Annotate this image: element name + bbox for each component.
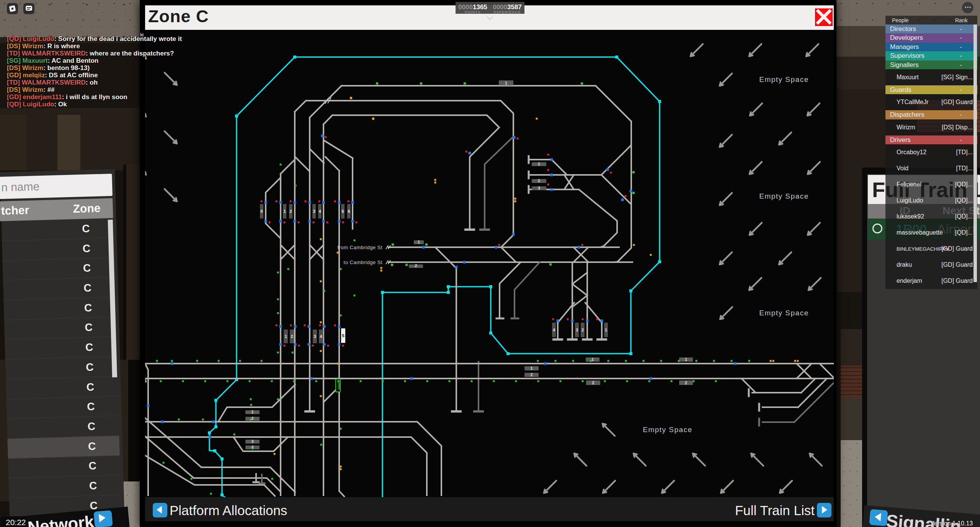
svg-text:0: 0 [260,209,263,214]
svg-text:from Cambridge St: from Cambridge St [337,245,382,250]
svg-text:4: 4 [318,209,321,214]
svg-text:2: 2 [581,328,584,332]
svg-text:1R00: 1R00 [337,381,341,390]
svg-text:1: 1 [531,366,533,370]
svg-text:3: 3 [314,334,316,339]
svg-text:5: 5 [342,333,344,338]
svg-text:Empty Space: Empty Space [759,192,809,200]
svg-text:2: 2 [685,381,687,385]
svg-text:1: 1 [283,209,286,214]
svg-text:3: 3 [252,439,254,444]
svg-text:2: 2 [531,373,533,377]
svg-text:2: 2 [289,209,292,214]
svg-text:1: 1 [284,334,287,339]
svg-text:1: 1 [538,162,540,166]
svg-text:Empty Space: Empty Space [643,426,693,434]
svg-text:2: 2 [415,264,417,268]
svg-text:1: 1 [685,357,687,362]
svg-text:5: 5 [341,209,344,214]
svg-text:3: 3 [576,328,578,332]
svg-text:1: 1 [252,410,254,414]
svg-text:2: 2 [291,334,293,339]
svg-text:1: 1 [591,357,594,362]
svg-text:Empty Space: Empty Space [759,309,809,317]
svg-text:4: 4 [553,328,555,332]
svg-text:1: 1 [605,328,607,332]
svg-text:1: 1 [418,240,420,244]
svg-text:2: 2 [592,381,595,385]
svg-text:6: 6 [348,209,350,214]
svg-text:to Cambridge St: to Cambridge St [344,259,382,265]
svg-text:Empty Space: Empty Space [759,75,809,83]
svg-text:2: 2 [538,179,540,183]
svg-text:2: 2 [252,416,254,421]
svg-text:3: 3 [313,209,315,214]
svg-text:3: 3 [538,186,540,190]
svg-text:4: 4 [320,334,322,339]
svg-text:1: 1 [505,81,507,85]
